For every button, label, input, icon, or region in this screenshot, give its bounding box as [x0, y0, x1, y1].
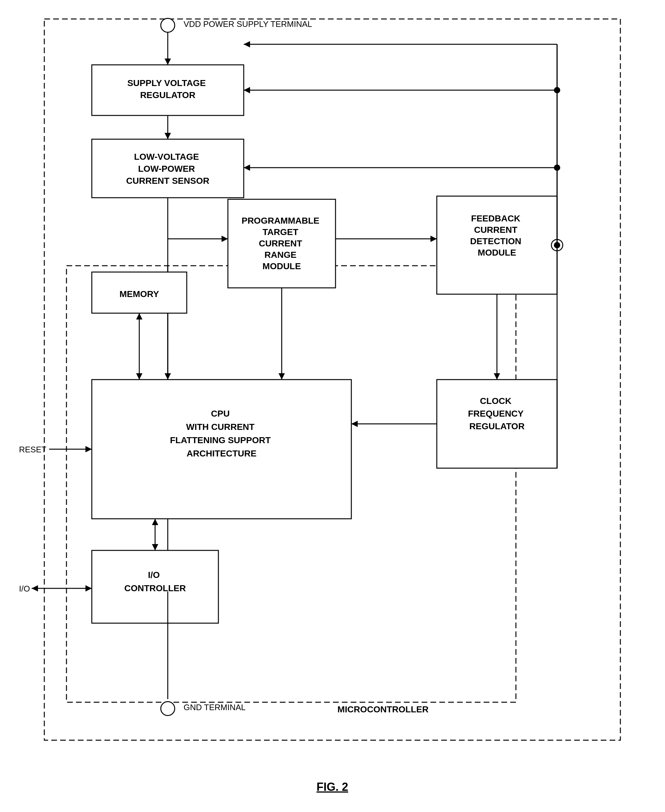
gnd-terminal-circle: [161, 702, 175, 716]
svg-marker-8: [431, 236, 437, 242]
svg-marker-13: [244, 41, 250, 47]
junction-svr: [554, 87, 560, 93]
low-voltage-sensor-label: LOW-VOLTAGE LOW-POWER CURRENT SENSOR: [126, 152, 210, 186]
svg-marker-22: [351, 421, 358, 427]
microcontroller-label: MICROCONTROLLER: [337, 704, 429, 714]
svg-marker-20: [494, 373, 500, 380]
svg-marker-35: [85, 446, 92, 453]
svg-marker-33: [85, 585, 92, 591]
io-label: I/O: [19, 584, 30, 593]
vdd-terminal-circle: [161, 18, 175, 32]
svg-marker-29: [152, 544, 158, 551]
svg-marker-15: [244, 87, 250, 93]
vdd-terminal-label: VDD POWER SUPPLY TERMINAL: [183, 19, 312, 29]
svg-marker-17: [244, 165, 250, 171]
svg-marker-26: [136, 373, 142, 380]
diagram-container: MICROCONTROLLER VDD POWER SUPPLY TERMINA…: [0, 0, 665, 812]
gnd-terminal-label: GND TERMINAL: [183, 703, 246, 712]
svg-marker-32: [32, 585, 38, 591]
fig-label: FIG. 2: [316, 780, 348, 793]
svg-marker-30: [152, 519, 158, 525]
svg-marker-1: [165, 59, 171, 65]
svg-marker-27: [136, 313, 142, 320]
reset-label: RESET: [19, 445, 46, 454]
svg-marker-44: [278, 373, 285, 380]
svg-marker-3: [165, 133, 171, 139]
svg-marker-24: [165, 373, 171, 380]
junction-sensor: [554, 165, 560, 171]
svg-marker-6: [221, 236, 228, 242]
memory-label: MEMORY: [120, 289, 159, 299]
